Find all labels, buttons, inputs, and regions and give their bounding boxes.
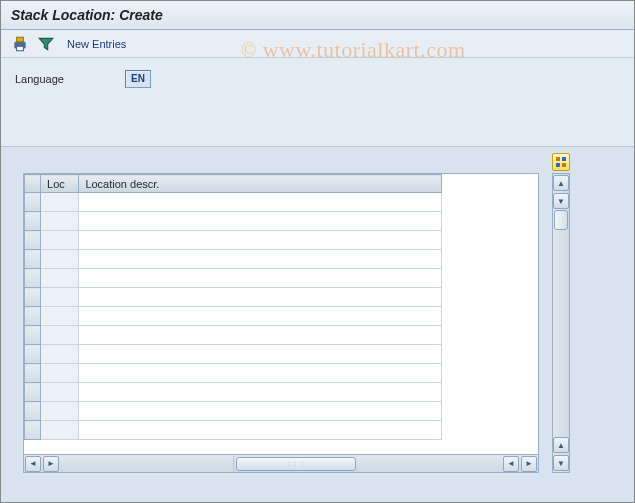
- row-header-cell[interactable]: [25, 345, 41, 364]
- loc-cell[interactable]: [41, 212, 79, 231]
- loc-cell[interactable]: [41, 193, 79, 212]
- hscroll-thumb[interactable]: : : :: [236, 457, 356, 471]
- loc-cell[interactable]: [41, 421, 79, 440]
- filter-icon[interactable]: [37, 35, 55, 53]
- table-row: [25, 421, 442, 440]
- desc-cell[interactable]: [79, 364, 442, 383]
- vscroll-down-button[interactable]: ▼: [553, 193, 569, 209]
- grid-hscrollbar: ◄ ► : : : ◄ ►: [23, 455, 539, 473]
- table-settings-button[interactable]: [552, 153, 570, 171]
- table-row: [25, 402, 442, 421]
- grid-vscrollbar: ▲ ▼ ▲ ▼: [552, 173, 570, 473]
- loc-cell[interactable]: [41, 402, 79, 421]
- form-area: Language EN: [1, 58, 634, 146]
- desc-cell[interactable]: [79, 307, 442, 326]
- table-row: [25, 212, 442, 231]
- row-header-cell[interactable]: [25, 307, 41, 326]
- desc-cell[interactable]: [79, 288, 442, 307]
- table-row: [25, 307, 442, 326]
- svg-rect-3: [556, 157, 560, 161]
- row-header-cell[interactable]: [25, 364, 41, 383]
- hscroll-right-button-1[interactable]: ►: [43, 456, 59, 472]
- desc-cell[interactable]: [79, 250, 442, 269]
- loc-cell[interactable]: [41, 383, 79, 402]
- loc-cell[interactable]: [41, 250, 79, 269]
- print-icon[interactable]: [11, 35, 29, 53]
- vscroll-bottom-up-button[interactable]: ▲: [553, 437, 569, 453]
- table-row: [25, 193, 442, 212]
- svg-rect-5: [556, 163, 560, 167]
- table-row: [25, 326, 442, 345]
- desc-cell[interactable]: [79, 212, 442, 231]
- desc-cell[interactable]: [79, 345, 442, 364]
- table-row: [25, 383, 442, 402]
- row-header-cell[interactable]: [25, 250, 41, 269]
- row-header-cell[interactable]: [25, 231, 41, 250]
- desc-cell[interactable]: [79, 402, 442, 421]
- main-panel: Loc Location descr. ◄ ► : : : ◄ ►: [1, 146, 634, 503]
- loc-cell[interactable]: [41, 269, 79, 288]
- row-header-cell[interactable]: [25, 326, 41, 345]
- grid-container: Loc Location descr. ◄ ► : : : ◄ ►: [23, 173, 539, 473]
- table-row: [25, 269, 442, 288]
- page-title: Stack Location: Create: [1, 1, 634, 30]
- table-row: [25, 231, 442, 250]
- desc-cell[interactable]: [79, 193, 442, 212]
- svg-rect-1: [17, 37, 24, 42]
- table-row: [25, 345, 442, 364]
- language-field[interactable]: EN: [125, 70, 151, 88]
- table-row: [25, 288, 442, 307]
- loc-cell[interactable]: [41, 364, 79, 383]
- vscroll-track[interactable]: [554, 210, 568, 436]
- svg-rect-6: [562, 163, 566, 167]
- loc-cell[interactable]: [41, 326, 79, 345]
- svg-rect-2: [17, 46, 24, 51]
- row-header-cell[interactable]: [25, 193, 41, 212]
- row-header-cell[interactable]: [25, 402, 41, 421]
- desc-cell[interactable]: [79, 269, 442, 288]
- hscroll-track[interactable]: : : :: [236, 457, 500, 471]
- row-header-cell[interactable]: [25, 269, 41, 288]
- vscroll-thumb[interactable]: [554, 210, 568, 230]
- hscroll-left-button-2[interactable]: ◄: [503, 456, 519, 472]
- svg-rect-4: [562, 157, 566, 161]
- toolbar: New Entries: [1, 30, 634, 58]
- row-header-cell[interactable]: [25, 212, 41, 231]
- language-label: Language: [15, 73, 105, 85]
- desc-cell[interactable]: [79, 383, 442, 402]
- new-entries-button[interactable]: New Entries: [67, 38, 126, 50]
- loc-cell[interactable]: [41, 231, 79, 250]
- col-desc[interactable]: Location descr.: [79, 175, 442, 193]
- grid-table: Loc Location descr.: [24, 174, 442, 440]
- row-header-cell[interactable]: [25, 421, 41, 440]
- hscroll-left-button-1[interactable]: ◄: [25, 456, 41, 472]
- loc-cell[interactable]: [41, 345, 79, 364]
- desc-cell[interactable]: [79, 326, 442, 345]
- vscroll-bottom-down-button[interactable]: ▼: [553, 455, 569, 471]
- row-header-cell[interactable]: [25, 383, 41, 402]
- loc-cell[interactable]: [41, 288, 79, 307]
- col-rowheader[interactable]: [25, 175, 41, 193]
- hscroll-right-button-2[interactable]: ►: [521, 456, 537, 472]
- desc-cell[interactable]: [79, 231, 442, 250]
- row-header-cell[interactable]: [25, 288, 41, 307]
- vscroll-up-button[interactable]: ▲: [553, 175, 569, 191]
- loc-cell[interactable]: [41, 307, 79, 326]
- desc-cell[interactable]: [79, 421, 442, 440]
- table-row: [25, 364, 442, 383]
- table-row: [25, 250, 442, 269]
- col-loc[interactable]: Loc: [41, 175, 79, 193]
